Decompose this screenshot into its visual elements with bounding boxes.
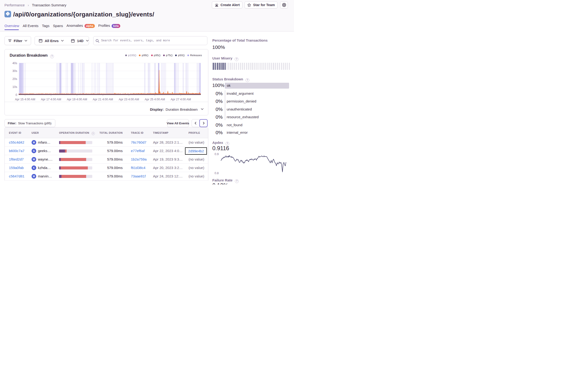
svg-text:40s: 40s (12, 61, 17, 65)
svg-text:0: 0 (16, 93, 17, 97)
svg-text:10s: 10s (12, 85, 17, 89)
svg-text:30s: 30s (12, 69, 17, 73)
svg-text:20s: 20s (12, 77, 17, 81)
